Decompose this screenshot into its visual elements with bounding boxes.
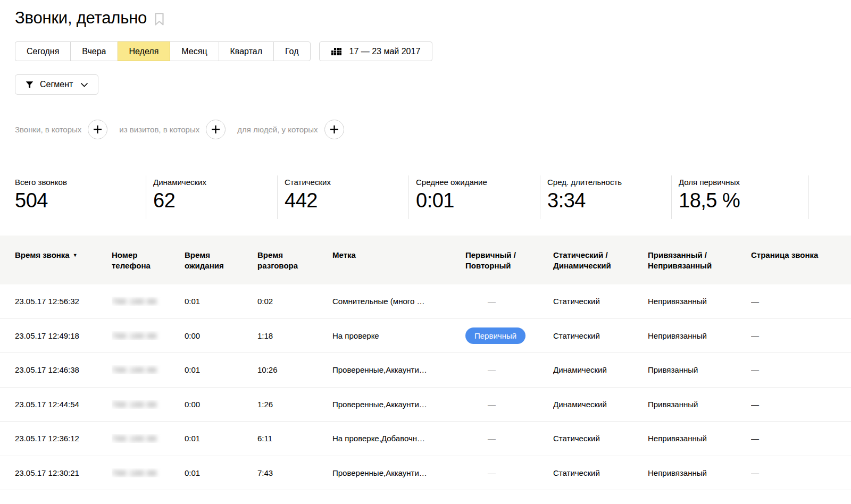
phone-cell: 788 188 88 — [112, 297, 185, 306]
primary-repeat-cell: — — [465, 434, 553, 443]
add-filter-people-button[interactable] — [324, 120, 344, 139]
column-header-phone[interactable]: Номер телефона — [112, 236, 185, 271]
empty-dash: — — [751, 468, 759, 477]
table-row[interactable]: 23.05.17 12:30:21788 188 880:017:43Прове… — [0, 456, 851, 491]
empty-dash: — — [488, 434, 496, 443]
phone-cell: 788 188 88 — [112, 331, 185, 340]
table-row[interactable]: 23.05.17 12:46:38788 188 880:0110:26Пров… — [0, 353, 851, 388]
tab-year[interactable]: Год — [273, 41, 310, 61]
calendar-grid-icon — [331, 48, 341, 55]
column-header-call-page[interactable]: Страница звонка — [751, 236, 836, 261]
phone-cell: 788 188 88 — [112, 365, 185, 374]
period-tabs: СегодняВчераНеделяМесяцКварталГод — [15, 41, 311, 61]
metric-label: Доля первичных — [679, 178, 808, 187]
page-title: Звонки, детально — [15, 9, 147, 28]
column-header-primary-repeat[interactable]: Первичный / Повторный — [465, 236, 553, 271]
metric-value: 3:34 — [547, 189, 671, 212]
empty-dash: — — [488, 365, 496, 374]
empty-dash: — — [751, 297, 759, 306]
table-row[interactable]: 23.05.17 12:56:32788 188 880:010:02Сомни… — [0, 284, 851, 319]
table-row[interactable]: 23.05.17 12:49:18788 188 880:001:18На пр… — [0, 319, 851, 354]
column-header-call-time[interactable]: Время звонка▼ — [15, 236, 112, 261]
bound-unbound-cell: Непривязанный — [648, 331, 751, 340]
metric-value: 62 — [153, 189, 277, 212]
chevron-down-icon — [80, 82, 88, 87]
phone-number-blurred: 788 188 88 — [112, 400, 157, 409]
talk-time-cell: 7:43 — [257, 468, 332, 477]
call-page-cell: — — [751, 297, 836, 306]
call-page-cell: — — [751, 331, 836, 340]
label-cell: Сомнительные (много … — [332, 297, 465, 306]
plus-icon — [330, 125, 339, 134]
tab-yesterday[interactable]: Вчера — [70, 41, 118, 61]
phone-number-blurred: 788 188 88 — [112, 297, 157, 306]
phone-number-blurred: 788 188 88 — [112, 365, 157, 374]
call-time-cell: 23.05.17 12:36:12 — [15, 434, 112, 443]
metrics-summary: Всего звонков504Динамических62Статически… — [15, 175, 851, 219]
date-range-button[interactable]: 17 — 23 май 2017 — [319, 41, 433, 61]
column-header-bound-unbound[interactable]: Привязанный / Непривязанный — [648, 236, 751, 271]
primary-repeat-cell: Первичный — [465, 327, 553, 344]
bound-unbound-cell: Привязанный — [648, 365, 751, 374]
segment-button-label: Сегмент — [40, 80, 73, 89]
tab-quarter[interactable]: Квартал — [219, 41, 274, 61]
bookmark-icon[interactable] — [154, 13, 164, 26]
phone-number-blurred: 788 188 88 — [112, 434, 157, 443]
wait-time-cell: 0:00 — [185, 400, 257, 409]
metric-label: Всего звонков — [15, 178, 146, 187]
phone-cell: 788 188 88 — [112, 468, 185, 477]
table-body: 23.05.17 12:56:32788 188 880:010:02Сомни… — [0, 284, 851, 490]
segment-button[interactable]: Сегмент — [15, 74, 98, 95]
table-header-row: Время звонка▼ Номер телефона Время ожида… — [0, 236, 851, 284]
wait-time-cell: 0:01 — [185, 297, 257, 306]
call-time-cell: 23.05.17 12:30:21 — [15, 468, 112, 477]
bound-unbound-cell: Непривязанный — [648, 297, 751, 306]
metric-value: 504 — [15, 189, 146, 212]
phone-cell: 788 188 88 — [112, 434, 185, 443]
filter-label-calls: Звонки, в которых — [15, 125, 81, 134]
label-cell: Проверенные,Аккаунти… — [332, 400, 465, 409]
label-cell: Проверенные,Аккаунти… — [332, 365, 465, 374]
static-dynamic-cell: Динамический — [553, 365, 648, 374]
call-page-cell: — — [751, 434, 836, 443]
metric-block: Всего звонков504 — [15, 175, 146, 219]
metric-value: 0:01 — [416, 189, 540, 212]
tab-week[interactable]: Неделя — [118, 41, 171, 61]
empty-dash: — — [488, 468, 496, 477]
table-row[interactable]: 23.05.17 12:36:12788 188 880:016:11На пр… — [0, 422, 851, 456]
column-header-static-dynamic[interactable]: Статический / Динамический — [553, 236, 648, 271]
empty-dash: — — [751, 434, 759, 443]
talk-time-cell: 0:02 — [257, 297, 332, 306]
filter-label-visits: из визитов, в которых — [119, 125, 199, 134]
metric-block: Доля первичных18,5 % — [672, 175, 809, 219]
metric-block: Среднее ожидание0:01 — [409, 175, 540, 219]
column-header-wait-time[interactable]: Время ожидания — [185, 236, 257, 271]
primary-repeat-cell: — — [465, 297, 553, 306]
column-header-label[interactable]: Метка — [332, 236, 465, 261]
tab-today[interactable]: Сегодня — [15, 41, 71, 61]
filter-funnel-icon — [25, 80, 34, 89]
static-dynamic-cell: Статический — [553, 331, 648, 340]
tab-month[interactable]: Месяц — [170, 41, 219, 61]
call-page-cell: — — [751, 400, 836, 409]
empty-dash: — — [488, 297, 496, 306]
primary-repeat-cell: — — [465, 365, 553, 374]
wait-time-cell: 0:01 — [185, 365, 257, 374]
metric-block: Сред. длительность3:34 — [540, 175, 672, 219]
column-header-talk-time[interactable]: Время разговора — [257, 236, 332, 271]
sort-desc-triangle: ▼ — [73, 253, 78, 258]
add-filter-calls-button[interactable] — [88, 120, 107, 139]
plus-icon — [93, 125, 102, 134]
metric-label: Среднее ожидание — [416, 178, 540, 187]
empty-dash: — — [751, 365, 759, 374]
plus-icon — [211, 125, 220, 134]
call-time-cell: 23.05.17 12:56:32 — [15, 297, 112, 306]
calls-table: Время звонка▼ Номер телефона Время ожида… — [0, 236, 851, 490]
metric-value: 442 — [285, 189, 408, 212]
filter-builder-row: Звонки, в которыхиз визитов, в которыхдл… — [0, 120, 851, 139]
wait-time-cell: 0:00 — [185, 331, 257, 340]
talk-time-cell: 1:18 — [257, 331, 332, 340]
date-range-label: 17 — 23 май 2017 — [349, 47, 421, 56]
add-filter-visits-button[interactable] — [206, 120, 226, 139]
table-row[interactable]: 23.05.17 12:44:54788 188 880:001:26Прове… — [0, 388, 851, 422]
